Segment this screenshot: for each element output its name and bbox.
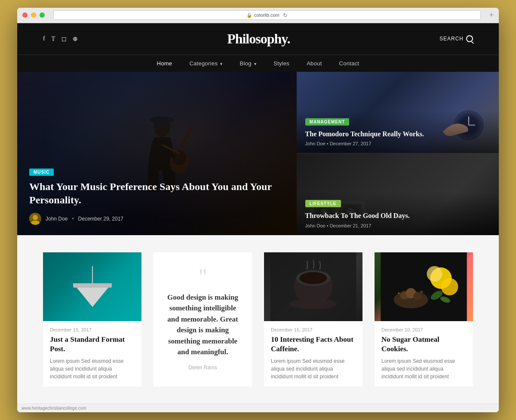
content-section: December 15, 2017 Just a Standard Format… <box>17 235 499 404</box>
site-header: f 𝕋 ◻ ⊕ Philosophy. SEARCH <box>17 23 499 55</box>
card2-meta: John Doe • December 21, 2017 <box>305 223 490 228</box>
hero-author: John Doe <box>46 216 68 222</box>
card2-title: Throwback To The Good Old Days. <box>305 212 490 221</box>
svg-point-41 <box>421 291 423 293</box>
post-1-excerpt: Lorem ipsum Sed eiusmod esse aliqua sed … <box>50 357 135 380</box>
svg-line-6 <box>179 128 192 149</box>
card1-sep: • <box>327 141 330 146</box>
quote-author: Dieter Rams <box>188 365 217 371</box>
post-3-date: December 10, 2017 <box>381 327 466 332</box>
minimize-button[interactable] <box>31 12 36 18</box>
author-avatar <box>29 213 41 225</box>
post-3-title[interactable]: No Sugar Oatmeal Cookies. <box>381 335 466 354</box>
nav-home[interactable]: Home <box>157 60 172 67</box>
svg-point-8 <box>33 215 38 220</box>
svg-point-27 <box>300 272 327 284</box>
post-2-excerpt: Lorem ipsum Sed eiusmod esse aliqua sed … <box>271 357 356 380</box>
maximize-button[interactable] <box>40 12 45 18</box>
hero-card-2[interactable]: LIFESTYLE Throwback To The Good Old Days… <box>297 153 499 235</box>
svg-point-9 <box>31 221 40 225</box>
chevron-down-icon: ▾ <box>254 61 256 66</box>
hero-meta: John Doe • December 29, 2017 <box>29 213 285 225</box>
quote-mark: " <box>199 268 207 285</box>
nav-contact[interactable]: Contact <box>339 60 359 67</box>
card2-date: December 21, 2017 <box>330 223 372 228</box>
nav-about[interactable]: About <box>307 60 322 67</box>
status-bar: www.heritagechristiancollege.com <box>17 404 499 412</box>
hero-main[interactable]: MUSIC What Your Music Preference Says Ab… <box>17 72 297 235</box>
browser-window: 🔒 colorlib.com ↻ + f 𝕋 ◻ ⊕ Philosophy. S… <box>17 8 499 412</box>
post-card-coffee[interactable]: December 15, 2017 10 Interesting Facts A… <box>264 252 362 386</box>
lamp-shape <box>73 266 112 307</box>
post-1-title[interactable]: Just a Standard Format Post. <box>50 335 135 354</box>
reload-button[interactable]: ↻ <box>283 12 288 18</box>
lock-icon: 🔒 <box>246 12 252 18</box>
flowers-image <box>375 252 473 321</box>
instagram-icon[interactable]: ◻ <box>61 35 67 43</box>
address-bar[interactable]: 🔒 colorlib.com ↻ <box>53 10 481 20</box>
svg-point-32 <box>441 278 458 295</box>
quote-card: " Good design is making something intell… <box>154 252 252 386</box>
post-card-lamp[interactable]: December 15, 2017 Just a Standard Format… <box>43 252 141 386</box>
browser-titlebar: 🔒 colorlib.com ↻ + <box>17 8 499 23</box>
post-2-date: December 15, 2017 <box>271 327 356 332</box>
svg-point-28 <box>290 299 337 309</box>
svg-point-39 <box>414 292 421 300</box>
hero-main-title[interactable]: What Your Music Preference Says About Yo… <box>29 180 285 207</box>
hero-card-2-overlay: LIFESTYLE Throwback To The Good Old Days… <box>297 192 499 235</box>
card1-date: December 27, 2017 <box>330 141 372 146</box>
post-card-2-body: December 15, 2017 10 Interesting Facts A… <box>264 321 362 386</box>
site-logo[interactable]: Philosophy. <box>227 31 290 47</box>
hero-tag[interactable]: MUSIC <box>29 169 54 176</box>
coffee-image <box>264 252 362 321</box>
lamp-image <box>43 252 141 321</box>
card1-meta: John Doe • December 27, 2017 <box>305 141 490 146</box>
twitter-icon[interactable]: 𝕋 <box>51 35 55 43</box>
card1-author: John Doe <box>305 141 326 146</box>
new-tab-button[interactable]: + <box>489 11 494 19</box>
search-icon <box>466 35 473 42</box>
hero-card-1-overlay: MANAGEMENT The Pomodoro Technique Really… <box>297 110 499 153</box>
svg-point-33 <box>427 266 442 282</box>
pinterest-icon[interactable]: ⊕ <box>73 35 78 43</box>
hero-overlay: MUSIC What Your Music Preference Says Ab… <box>17 157 297 235</box>
status-url: www.heritagechristiancollege.com <box>22 406 86 411</box>
post-card-3-body: December 10, 2017 No Sugar Oatmeal Cooki… <box>375 321 473 386</box>
hero-date: December 29, 2017 <box>78 216 123 222</box>
flowers-illustration <box>375 252 473 321</box>
url-text: colorlib.com <box>254 12 280 18</box>
meta-separator: • <box>72 216 74 222</box>
post-1-date: December 15, 2017 <box>50 327 135 332</box>
svg-rect-2 <box>154 118 170 127</box>
post-card-1-body: December 15, 2017 Just a Standard Format… <box>43 321 141 386</box>
site-wrapper: f 𝕋 ◻ ⊕ Philosophy. SEARCH Home Categori… <box>17 23 499 412</box>
hero-sidebar: MANAGEMENT The Pomodoro Technique Really… <box>297 72 499 235</box>
hero-card-1[interactable]: MANAGEMENT The Pomodoro Technique Really… <box>297 72 499 153</box>
nav-blog[interactable]: Blog ▾ <box>240 60 256 67</box>
post-card-cookies[interactable]: December 10, 2017 No Sugar Oatmeal Cooki… <box>375 252 473 386</box>
post-2-title[interactable]: 10 Interesting Facts About Caffeine. <box>271 335 356 354</box>
search-button[interactable]: SEARCH <box>439 35 473 42</box>
card1-tag[interactable]: MANAGEMENT <box>305 118 350 126</box>
nav-categories[interactable]: Categories ▾ <box>189 60 222 67</box>
facebook-icon[interactable]: f <box>43 35 45 42</box>
coffee-illustration <box>264 252 362 321</box>
lamp-shade <box>73 283 112 307</box>
site-nav: Home Categories ▾ Blog ▾ Styles About Co… <box>17 55 499 72</box>
social-icons: f 𝕋 ◻ ⊕ <box>43 35 78 43</box>
search-label: SEARCH <box>439 36 464 42</box>
card2-sep: • <box>327 223 330 228</box>
chevron-down-icon: ▾ <box>220 61 222 66</box>
card2-author: John Doe <box>305 223 326 228</box>
content-grid: December 15, 2017 Just a Standard Format… <box>43 252 473 386</box>
hero-section: MUSIC What Your Music Preference Says Ab… <box>17 72 499 235</box>
close-button[interactable] <box>22 12 28 18</box>
nav-styles[interactable]: Styles <box>273 60 289 67</box>
quote-text: Good design is making something intellig… <box>164 292 242 358</box>
card1-title: The Pomodoro Technique Really Works. <box>305 130 490 139</box>
post-3-excerpt: Lorem ipsum Sed eiusmod esse aliqua sed … <box>381 357 466 380</box>
card2-tag[interactable]: LIFESTYLE <box>305 200 341 207</box>
lamp-cord <box>92 266 93 283</box>
svg-point-40 <box>398 292 400 294</box>
